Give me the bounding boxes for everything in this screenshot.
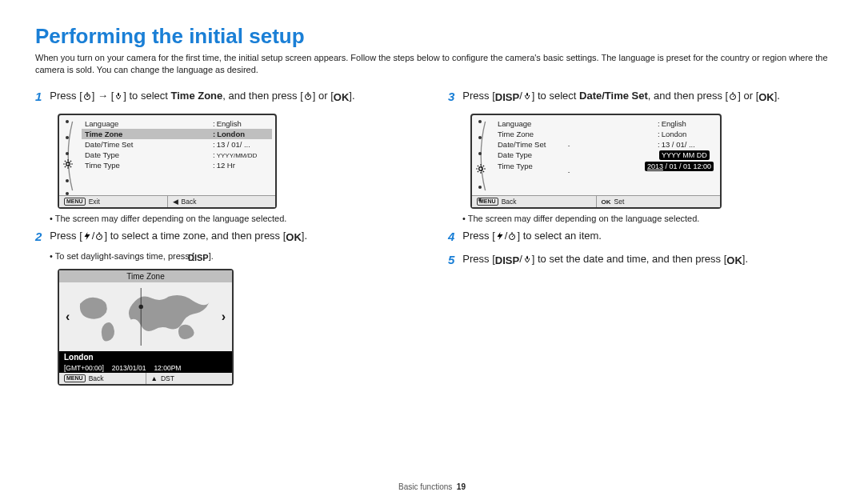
svg-rect-7: [307, 92, 309, 93]
step-2-note: • To set daylight-savings time, press [D…: [50, 251, 416, 262]
menu-row-selected: Time Zone:London: [82, 129, 272, 139]
date-value-popup: 2013 / 01 / 01 12:00: [645, 162, 714, 171]
step-3: 3 Press [DISP/] to select Date/Time Set,…: [448, 88, 829, 106]
disp-icon: DISP: [495, 253, 519, 269]
menu-chip: MENU: [64, 374, 86, 382]
gear-icon: [475, 163, 486, 176]
step-2: 2 Press [/] to select a time zone, and t…: [35, 228, 416, 246]
svg-line-16: [70, 161, 71, 162]
menu-row: Language:English: [494, 118, 717, 129]
timer-icon: [728, 91, 738, 101]
svg-line-33: [478, 171, 478, 172]
svg-line-36: [512, 236, 514, 238]
svg-line-13: [65, 161, 66, 162]
svg-point-8: [66, 162, 70, 166]
up-triangle-icon: ▲: [151, 374, 158, 382]
menu-row-selected: Date/Time Set:13 / 01/ ...: [494, 139, 717, 150]
flash-icon: [495, 231, 505, 241]
svg-line-34: [483, 166, 484, 166]
camera-screen-timezone-map: Time Zone ‹ › London [GMT+00:00]2: [58, 269, 234, 386]
step-4: 4 Press [/] to select an item.: [448, 228, 829, 246]
menu-row: Language:English: [82, 118, 272, 129]
macro-icon: [522, 91, 532, 101]
svg-line-31: [478, 166, 478, 166]
menu-row: Date/Time Set:13 / 01/ ...: [82, 139, 272, 150]
timer-icon: [94, 231, 104, 241]
ok-icon: OK: [286, 230, 302, 246]
svg-rect-3: [86, 92, 88, 93]
svg-rect-37: [511, 233, 513, 234]
camera-screen-datetime: Language:English Time Zone:London Date/T…: [470, 114, 722, 209]
svg-point-22: [139, 304, 143, 308]
ok-icon: OK: [758, 90, 774, 106]
svg-line-24: [733, 95, 734, 97]
step-1: 1 Press [] → [] to select Time Zone, and…: [35, 88, 416, 106]
menu-chip: MENU: [64, 198, 86, 206]
svg-line-15: [65, 166, 66, 167]
svg-line-14: [70, 166, 71, 167]
step-number: 1: [35, 88, 42, 106]
ok-icon: OK: [602, 198, 611, 206]
tz-next-icon: ›: [218, 310, 229, 324]
timer-icon: [507, 231, 517, 241]
timer-icon: [303, 91, 313, 101]
ok-icon: OK: [334, 90, 350, 106]
menu-row: Time Zone:London: [494, 129, 717, 139]
page-title: Performing the initial setup: [35, 24, 829, 49]
page-footer: Basic functions 19: [0, 482, 864, 491]
svg-line-32: [483, 171, 484, 172]
disp-icon: DISP: [194, 253, 209, 262]
step-3-note: • The screen may differ depending on the…: [462, 214, 829, 223]
macro-icon: [114, 91, 123, 101]
tz-city: London: [59, 351, 232, 363]
svg-rect-25: [732, 92, 734, 93]
world-map-graphic: [73, 288, 218, 346]
date-header-popup: YYYY MM DD: [659, 150, 710, 160]
menu-row: Time Type 2013 / 01 / 01 12:00ˇ: [494, 161, 717, 172]
camera-screen-timezone-menu: Language:English Time Zone:London Date/T…: [58, 114, 277, 209]
svg-rect-19: [98, 233, 100, 234]
flash-icon: [82, 231, 92, 241]
menu-row: Time Type:12 Hr: [82, 160, 272, 170]
menu-row: Date Type:YYYY/MM/DD: [82, 150, 272, 160]
step-1-note: • The screen may differ depending on the…: [50, 214, 416, 223]
svg-point-26: [479, 167, 483, 171]
left-triangle-icon: ◀: [173, 198, 178, 206]
tz-prev-icon: ‹: [62, 310, 73, 324]
ok-icon: OK: [726, 253, 742, 269]
gear-icon: [62, 158, 74, 171]
menu-row: Date Type ˆYYYY MM DD: [494, 150, 717, 161]
macro-icon: [522, 254, 532, 264]
step-5: 5 Press [DISP/] to set the date and time…: [448, 251, 829, 270]
timer-icon: [82, 91, 92, 101]
disp-icon: DISP: [495, 90, 519, 106]
svg-line-18: [99, 236, 101, 238]
intro-text: When you turn on your camera for the fir…: [35, 52, 829, 77]
